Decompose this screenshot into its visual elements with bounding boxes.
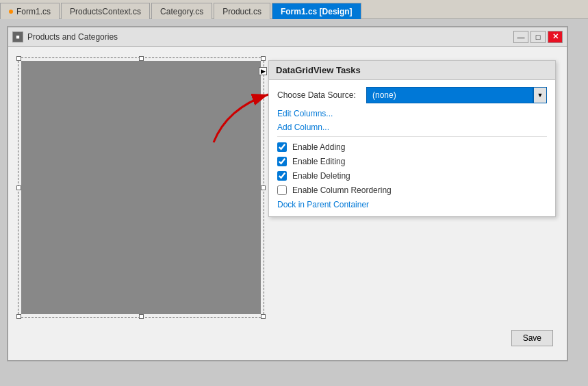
enable-deleting-checkbox[interactable]: [277, 171, 287, 181]
tab-productcs[interactable]: Product.cs: [214, 3, 270, 19]
save-area: Save: [511, 330, 553, 346]
tasks-panel: DataGridView Tasks Choose Data Source: (…: [268, 60, 556, 217]
enable-reordering-checkbox[interactable]: [277, 185, 287, 195]
datagrid-selection-border: [18, 57, 264, 318]
dock-in-parent-link[interactable]: Dock in Parent Container: [277, 200, 547, 209]
form-title-bar: ■ Products and Categories — □ ✕: [8, 27, 567, 47]
tab-categorycs[interactable]: Category.cs: [151, 3, 212, 19]
tasks-panel-header: DataGridView Tasks: [269, 61, 555, 80]
checkbox-row-reordering: Enable Column Reordering: [277, 185, 547, 195]
tab-form1design[interactable]: Form1.cs [Design]: [272, 3, 361, 19]
checkbox-row-deleting: Enable Deleting: [277, 171, 547, 181]
form-title-left: ■ Products and Categories: [12, 31, 118, 42]
data-source-row: Choose Data Source: (none) ▼: [277, 87, 547, 103]
tasks-panel-body: Choose Data Source: (none) ▼ Edit Column…: [269, 80, 555, 216]
datagrid-inner: [21, 61, 261, 314]
tasks-divider: [277, 136, 547, 137]
enable-adding-label: Enable Adding: [292, 142, 345, 152]
handle-mr[interactable]: [261, 185, 266, 190]
enable-reordering-label: Enable Column Reordering: [292, 185, 392, 195]
data-source-dropdown[interactable]: (none): [366, 87, 533, 103]
checkbox-row-adding: Enable Adding: [277, 142, 547, 152]
handle-ml[interactable]: [16, 185, 21, 190]
checkbox-row-editing: Enable Editing: [277, 157, 547, 166]
dropdown-arrow-icon[interactable]: ▼: [533, 87, 547, 103]
handle-tm[interactable]: [139, 56, 144, 61]
tab-label: Product.cs: [222, 7, 261, 16]
add-column-link[interactable]: Add Column...: [277, 123, 547, 132]
tab-label: ProductsContext.cs: [70, 7, 141, 16]
datagrid-container[interactable]: ▶: [18, 57, 264, 318]
smart-tag-button[interactable]: ▶: [259, 67, 267, 75]
tab-form1cs[interactable]: Form1.cs: [0, 3, 60, 19]
tab-label: Form1.cs [Design]: [281, 7, 353, 16]
data-source-select[interactable]: (none) ▼: [366, 87, 547, 103]
form-window-icon: ■: [12, 31, 23, 42]
handle-br[interactable]: [261, 314, 266, 319]
maximize-button[interactable]: □: [531, 31, 546, 43]
handle-tr[interactable]: [261, 56, 266, 61]
form-body: ▶ DataGridView Tasks: [8, 47, 567, 360]
enable-deleting-label: Enable Deleting: [292, 171, 350, 181]
enable-editing-checkbox[interactable]: [277, 157, 287, 166]
enable-editing-label: Enable Editing: [292, 157, 345, 166]
save-button[interactable]: Save: [511, 330, 553, 346]
close-button[interactable]: ✕: [548, 31, 563, 43]
handle-bl[interactable]: [16, 314, 21, 319]
data-source-label: Choose Data Source:: [277, 90, 366, 100]
enable-adding-checkbox[interactable]: [277, 142, 287, 152]
tab-productscontext[interactable]: ProductsContext.cs: [61, 3, 150, 19]
handle-bm[interactable]: [139, 314, 144, 319]
minimize-button[interactable]: —: [513, 31, 528, 43]
handle-tl[interactable]: [16, 56, 21, 61]
main-area: ■ Products and Categories — □ ✕: [0, 19, 588, 386]
form-title-buttons: — □ ✕: [513, 31, 563, 43]
form-window-title: Products and Categories: [27, 32, 118, 42]
edit-columns-link[interactable]: Edit Columns...: [277, 109, 547, 118]
tab-bar: Form1.csProductsContext.csCategory.csPro…: [0, 0, 588, 19]
form-designer-window: ■ Products and Categories — □ ✕: [7, 26, 568, 361]
tab-label: Category.cs: [160, 7, 203, 16]
tab-label: Form1.cs: [16, 7, 51, 16]
tab-modified-dot: [9, 10, 13, 14]
